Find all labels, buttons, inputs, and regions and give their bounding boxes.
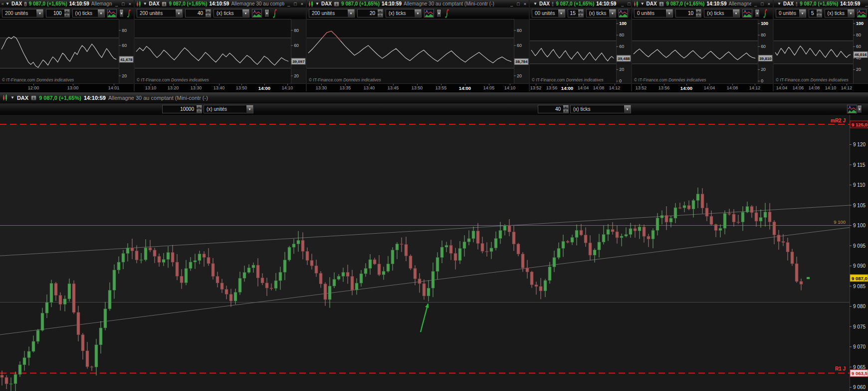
- dropdown-arrow[interactable]: ▼: [97, 9, 104, 17]
- close-button[interactable]: ×: [128, 1, 132, 6]
- ticks-unit-dropdown[interactable]: (x) ticks▼: [586, 9, 616, 17]
- main-price-chart[interactable]: 9 100mR2 JR1 J9 1209 1159 1109 1059 1009…: [0, 115, 868, 391]
- maximize-button[interactable]: □: [627, 1, 631, 6]
- dropdown-arrow[interactable]: ▼: [609, 9, 616, 17]
- info-icon[interactable]: i: [552, 1, 554, 6]
- units-dropdown[interactable]: 200 unités▼: [137, 9, 183, 17]
- ticks-unit-dropdown[interactable]: (x) ticks▼: [825, 9, 855, 17]
- minimize-button[interactable]: _: [286, 1, 291, 6]
- signals-icon[interactable]: [272, 9, 278, 18]
- ticks-spinner[interactable]: 40 ▲▼: [538, 105, 569, 113]
- ticks-unit-dropdown[interactable]: (x) ticks▼: [214, 9, 249, 17]
- chart-style-dropdown-arrow[interactable]: ▼: [436, 9, 441, 17]
- spinner-arrows[interactable]: ▲▼: [563, 105, 568, 113]
- close-button[interactable]: ×: [523, 1, 527, 6]
- dropdown-arrow[interactable]: ▼: [847, 9, 854, 17]
- dropdown-arrow[interactable]: ▼: [36, 9, 43, 17]
- dropdown-arrow[interactable]: ▼: [558, 9, 565, 17]
- chart-style-dropdown-arrow[interactable]: ▼: [755, 9, 760, 17]
- spinner-arrows[interactable]: ▲▼: [816, 9, 822, 17]
- minimize-button[interactable]: _: [620, 1, 625, 6]
- mini-oscillator-chart[interactable]: 10080604020039,810© IT-Finance.com Donné…: [632, 19, 773, 83]
- info-icon[interactable]: i: [162, 1, 167, 6]
- units-spinner[interactable]: 10000 ▲▼: [162, 105, 202, 113]
- mini-oscillator-chart[interactable]: 8060402038,784© IT-Finance.com Données i…: [307, 19, 529, 83]
- symbol-dropdown-arrow[interactable]: ▼: [5, 1, 9, 6]
- spinner-arrows[interactable]: ▲▼: [205, 9, 211, 17]
- chart-style-button[interactable]: [252, 9, 262, 17]
- ticks-spinner[interactable]: 40▲▼: [185, 9, 211, 17]
- minimize-button[interactable]: _: [864, 1, 868, 6]
- units-dropdown[interactable]: 200 unités▼: [309, 9, 355, 17]
- chart-style-button[interactable]: [619, 9, 628, 17]
- close-button[interactable]: ×: [767, 1, 771, 6]
- ticks-spinner[interactable]: 20▲▼: [357, 9, 383, 17]
- dropdown-arrow[interactable]: ▼: [242, 9, 249, 17]
- chart-style-button[interactable]: [857, 9, 867, 17]
- time-axis-label: 13:10: [145, 85, 157, 90]
- info-icon[interactable]: i: [24, 1, 27, 6]
- info-icon[interactable]: i: [31, 95, 36, 100]
- minimize-button[interactable]: _: [114, 1, 119, 6]
- signals-icon[interactable]: [762, 9, 768, 18]
- chart-style-button[interactable]: [107, 9, 117, 17]
- maximize-button[interactable]: □: [516, 1, 520, 6]
- symbol-dropdown-arrow[interactable]: ▼: [315, 1, 319, 6]
- symbol-dropdown-arrow[interactable]: ▼: [533, 1, 537, 6]
- dropdown-arrow[interactable]: ▼: [665, 9, 672, 17]
- ticks-unit-dropdown[interactable]: (x) ticks▼: [386, 9, 422, 17]
- spinner-arrows[interactable]: ▲▼: [377, 9, 383, 17]
- ticks-spinner[interactable]: 10▲▼: [675, 9, 701, 17]
- chart-style-button[interactable]: ▼: [847, 105, 862, 113]
- price-axis-label: 9 100: [853, 223, 866, 228]
- units-dropdown[interactable]: 200 unités▼: [2, 9, 43, 17]
- units-unit-dropdown[interactable]: (x) unités ▼: [204, 105, 253, 113]
- minimize-button[interactable]: _: [509, 1, 514, 6]
- spinner-arrows[interactable]: ▲▼: [578, 9, 583, 17]
- dropdown-arrow[interactable]: ▼: [624, 105, 631, 113]
- ticks-spinner[interactable]: 100▲▼: [46, 9, 69, 17]
- ticks-unit-dropdown[interactable]: (x) ticks▼: [72, 9, 105, 17]
- ticks-unit-dropdown[interactable]: (x) ticks ▼: [570, 105, 631, 113]
- dropdown-arrow[interactable]: ▼: [799, 9, 806, 17]
- mini-oscillator-chart[interactable]: 8060402041,678© IT-Finance.com Données i…: [0, 19, 134, 83]
- ticks-spinner[interactable]: 15▲▼: [568, 9, 584, 17]
- mini-oscillator-chart[interactable]: 1008060402046,016© IT-Finance.com Donnée…: [774, 19, 868, 83]
- spinner-arrows[interactable]: ▲▼: [695, 9, 701, 17]
- symbol-dropdown-arrow[interactable]: ▼: [143, 1, 147, 6]
- ticks-spinner[interactable]: 5▲▼: [809, 9, 822, 17]
- maximize-button[interactable]: □: [760, 1, 764, 6]
- symbol-dropdown-arrow[interactable]: ▼: [641, 1, 645, 6]
- mini-oscillator-chart[interactable]: 8060402039,097© IT-Finance.com Données i…: [135, 19, 306, 83]
- minimize-button[interactable]: _: [753, 1, 758, 6]
- dropdown-arrow[interactable]: ▼: [175, 9, 182, 17]
- dropdown-arrow[interactable]: ▼: [347, 9, 354, 17]
- dropdown-arrow[interactable]: ▼: [246, 105, 253, 113]
- dropdown-arrow[interactable]: ▼: [414, 9, 421, 17]
- close-button[interactable]: ×: [300, 1, 304, 6]
- maximize-button[interactable]: □: [293, 1, 297, 6]
- symbol-dropdown-arrow[interactable]: ▼: [10, 95, 14, 100]
- units-dropdown[interactable]: 0 unités▼: [634, 9, 673, 17]
- units-dropdown[interactable]: 00 unités▼: [532, 9, 565, 17]
- signals-icon[interactable]: [444, 9, 450, 18]
- chart-style-button[interactable]: [742, 9, 752, 17]
- info-icon[interactable]: i: [796, 1, 798, 6]
- chart-style-icon[interactable]: [847, 105, 857, 113]
- chart-style-dropdown-arrow[interactable]: ▼: [857, 105, 862, 113]
- chart-style-dropdown-arrow[interactable]: ▼: [119, 9, 124, 17]
- maximize-button[interactable]: □: [121, 1, 125, 6]
- signals-icon[interactable]: [126, 9, 132, 18]
- spinner-arrows[interactable]: ▲▼: [196, 105, 202, 113]
- ticks-unit-dropdown[interactable]: (x) ticks▼: [704, 9, 740, 17]
- spinner-arrows[interactable]: ▲▼: [64, 9, 69, 17]
- symbol-dropdown-arrow[interactable]: ▼: [777, 1, 781, 6]
- dropdown-arrow[interactable]: ▼: [732, 9, 739, 17]
- chart-style-dropdown-arrow[interactable]: ▼: [264, 9, 269, 17]
- info-icon[interactable]: i: [659, 1, 664, 6]
- mini-oscillator-chart[interactable]: 10080604020039,488© IT-Finance.com Donné…: [530, 19, 631, 83]
- price-label: 9 087,0 (+1,65%): [556, 1, 594, 6]
- info-icon[interactable]: i: [334, 1, 339, 6]
- units-dropdown[interactable]: 0 unités▼: [776, 9, 806, 17]
- chart-style-button[interactable]: [424, 9, 434, 17]
